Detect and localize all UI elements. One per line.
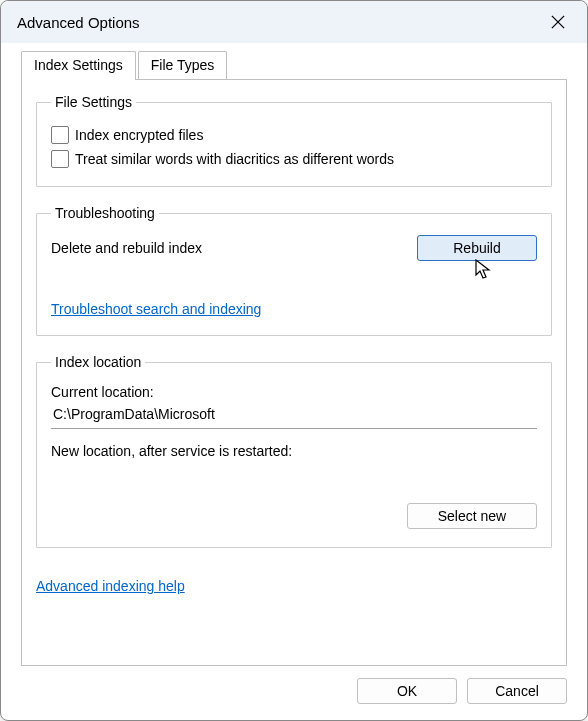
legend-file-settings: File Settings xyxy=(51,94,136,110)
label-index-encrypted: Index encrypted files xyxy=(75,127,203,143)
checkbox-row-encrypted[interactable]: Index encrypted files xyxy=(51,126,537,144)
tab-file-types[interactable]: File Types xyxy=(138,51,228,79)
advanced-help-link[interactable]: Advanced indexing help xyxy=(36,578,185,594)
dialog-footer: OK Cancel xyxy=(1,666,587,720)
label-diacritics: Treat similar words with diacritics as d… xyxy=(75,151,394,167)
rebuild-button[interactable]: Rebuild xyxy=(417,235,537,261)
checkbox-index-encrypted[interactable] xyxy=(51,126,69,144)
close-icon xyxy=(551,15,565,29)
label-current-location: Current location: xyxy=(51,384,537,400)
legend-troubleshooting: Troubleshooting xyxy=(51,205,159,221)
checkbox-diacritics[interactable] xyxy=(51,150,69,168)
current-location-value: C:\ProgramData\Microsoft xyxy=(51,402,537,429)
close-button[interactable] xyxy=(535,6,581,38)
dialog-body: Index Settings File Types File Settings … xyxy=(1,43,587,666)
tab-index-settings[interactable]: Index Settings xyxy=(21,51,136,80)
select-new-button[interactable]: Select new xyxy=(407,503,537,529)
cursor-icon xyxy=(475,259,493,281)
label-delete-rebuild: Delete and rebuild index xyxy=(51,240,202,256)
dialog-window: Advanced Options Index Settings File Typ… xyxy=(0,0,588,721)
fieldset-file-settings: File Settings Index encrypted files Trea… xyxy=(36,94,552,187)
tab-strip: Index Settings File Types xyxy=(21,51,567,79)
titlebar: Advanced Options xyxy=(1,1,587,43)
cancel-button[interactable]: Cancel xyxy=(467,678,567,704)
troubleshoot-link[interactable]: Troubleshoot search and indexing xyxy=(51,301,261,317)
fieldset-index-location: Index location Current location: C:\Prog… xyxy=(36,354,552,548)
ok-button[interactable]: OK xyxy=(357,678,457,704)
label-new-location: New location, after service is restarted… xyxy=(51,443,537,459)
window-title: Advanced Options xyxy=(17,14,535,31)
tab-panel: File Settings Index encrypted files Trea… xyxy=(21,79,567,666)
checkbox-row-diacritics[interactable]: Treat similar words with diacritics as d… xyxy=(51,150,537,168)
fieldset-troubleshooting: Troubleshooting Delete and rebuild index… xyxy=(36,205,552,336)
legend-index-location: Index location xyxy=(51,354,145,370)
new-location-value xyxy=(51,461,537,487)
